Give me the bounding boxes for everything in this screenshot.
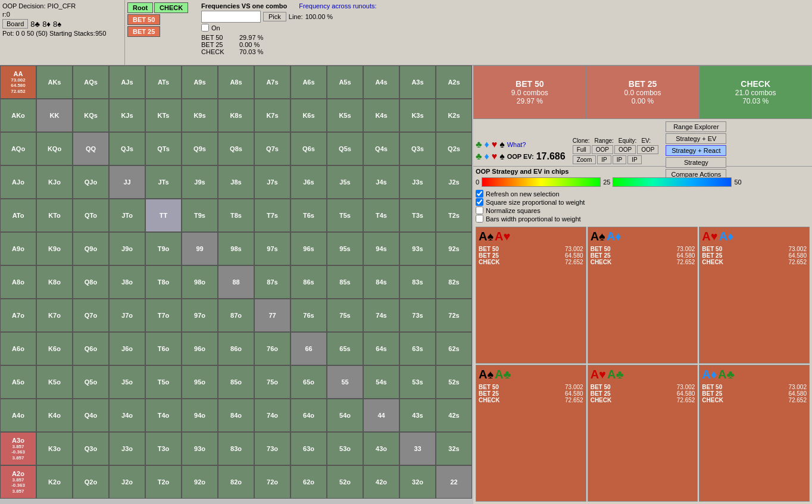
cell-52o[interactable]: 52o (327, 465, 363, 499)
cell-ako[interactable]: AKo (0, 99, 36, 132)
cell-54o[interactable]: 54o (327, 399, 363, 432)
cell-q4o[interactable]: Q4o (73, 399, 109, 432)
cell-a7s[interactable]: A7s (254, 65, 291, 99)
cell-k7s[interactable]: K7s (254, 99, 291, 132)
cell-j4o[interactable]: J4o (109, 399, 145, 432)
cell-a4o[interactable]: A4o (0, 399, 36, 432)
cell-83o[interactable]: 83o (218, 432, 254, 465)
cell-q7o[interactable]: Q7o (73, 299, 109, 332)
cell-t8o[interactable]: T8o (145, 265, 182, 299)
cell-88[interactable]: 88 (218, 265, 254, 299)
cell-k2o[interactable]: K2o (36, 465, 73, 499)
ip3-button[interactable]: IP (627, 155, 641, 164)
cell-q9s[interactable]: Q9s (182, 132, 218, 165)
cell-75s[interactable]: 75s (327, 299, 363, 332)
card-cell-1[interactable]: A♠A♦BET 5073.002BET 2564.580CHECK72.652 (588, 227, 698, 364)
cell-85s[interactable]: 85s (327, 265, 363, 299)
cell-j4s[interactable]: J4s (363, 165, 399, 199)
cell-73o[interactable]: 73o (254, 432, 291, 465)
cell-87o[interactable]: 87o (218, 299, 254, 332)
cell-95o[interactable]: 95o (182, 365, 218, 399)
cell-72s[interactable]: 72s (436, 299, 472, 332)
cell-aa[interactable]: AA73.00264.58072.652 (0, 65, 36, 99)
cell-t7s[interactable]: T7s (254, 199, 291, 232)
cell-j5s[interactable]: J5s (327, 165, 363, 199)
cell-73s[interactable]: 73s (399, 299, 436, 332)
cell-a4s[interactable]: A4s (363, 65, 399, 99)
cell-t2s[interactable]: T2s (436, 199, 472, 232)
cell-43o[interactable]: 43o (363, 432, 399, 465)
bet50-button[interactable]: BET 50 (127, 14, 160, 25)
cell-a3s[interactable]: A3s (399, 65, 436, 99)
cell-53s[interactable]: 53s (399, 365, 436, 399)
card-cell-0[interactable]: A♠A♥BET 5073.002BET 2564.580CHECK72.652 (476, 227, 586, 364)
cell-k6o[interactable]: K6o (36, 332, 73, 365)
cell-ajs[interactable]: AJs (109, 65, 145, 99)
cell-22[interactable]: 22 (436, 465, 472, 499)
what-link[interactable]: What? (507, 141, 526, 148)
cell-93o[interactable]: 93o (182, 432, 218, 465)
cell-q5s[interactable]: Q5s (327, 132, 363, 165)
cell-86s[interactable]: 86s (291, 265, 327, 299)
cell-76o[interactable]: 76o (254, 332, 291, 365)
cell-t9s[interactable]: T9s (182, 199, 218, 232)
cell-j5o[interactable]: J5o (109, 365, 145, 399)
cell-j9s[interactable]: J9s (182, 165, 218, 199)
cell-32s[interactable]: 32s (436, 432, 472, 465)
cell-q3s[interactable]: Q3s (399, 132, 436, 165)
cell-aqo[interactable]: AQo (0, 132, 36, 165)
cell-k5o[interactable]: K5o (36, 365, 73, 399)
cell-66[interactable]: 66 (291, 332, 327, 365)
cell-kqs[interactable]: KQs (73, 99, 109, 132)
cell-k4s[interactable]: K4s (363, 99, 399, 132)
cell-aks[interactable]: AKs (36, 65, 73, 99)
cell-a9o[interactable]: A9o (0, 232, 36, 265)
cell-t6s[interactable]: T6s (291, 199, 327, 232)
cell-a3o[interactable]: A3o3.857-0.3633.857 (0, 432, 36, 465)
cell-63o[interactable]: 63o (291, 432, 327, 465)
cell-j2o[interactable]: J2o (109, 465, 145, 499)
cell-q5o[interactable]: Q5o (73, 365, 109, 399)
cell-k7o[interactable]: K7o (36, 299, 73, 332)
freq-across-link[interactable]: Frequency across runouts: (299, 2, 376, 10)
cell-82o[interactable]: 82o (218, 465, 254, 499)
cell-72o[interactable]: 72o (254, 465, 291, 499)
cell-a2o[interactable]: A2o3.857-0.3633.857 (0, 465, 36, 499)
pick-input[interactable] (201, 11, 261, 23)
cell-k9s[interactable]: K9s (182, 99, 218, 132)
cell-65s[interactable]: 65s (327, 332, 363, 365)
cell-55[interactable]: 55 (327, 365, 363, 399)
cell-84s[interactable]: 84s (363, 265, 399, 299)
cell-32o[interactable]: 32o (399, 465, 436, 499)
cell-qto[interactable]: QTo (73, 199, 109, 232)
on-checkbox[interactable] (201, 24, 209, 32)
bars-checkbox[interactable] (476, 215, 483, 223)
cell-q3o[interactable]: Q3o (73, 432, 109, 465)
cell-43s[interactable]: 43s (399, 399, 436, 432)
board-button[interactable]: Board (2, 19, 28, 29)
cell-qts[interactable]: QTs (145, 132, 182, 165)
root-button[interactable]: Root (127, 2, 153, 13)
ip2-button[interactable]: IP (613, 155, 626, 164)
cell-96o[interactable]: 96o (182, 332, 218, 365)
cell-94o[interactable]: 94o (182, 399, 218, 432)
cell-k2s[interactable]: K2s (436, 99, 472, 132)
cell-t8s[interactable]: T8s (218, 199, 254, 232)
cell-64o[interactable]: 64o (291, 399, 327, 432)
cell-t4o[interactable]: T4o (145, 399, 182, 432)
cell-q4s[interactable]: Q4s (363, 132, 399, 165)
cell-j3s[interactable]: J3s (399, 165, 436, 199)
zoom-button[interactable]: Zoom (573, 155, 596, 164)
card-cell-4[interactable]: A♥A♣BET 5073.002BET 2564.580CHECK72.652 (588, 365, 698, 502)
cell-q9o[interactable]: Q9o (73, 232, 109, 265)
cell-k6s[interactable]: K6s (291, 99, 327, 132)
cell-ato[interactable]: ATo (0, 199, 36, 232)
cell-a7o[interactable]: A7o (0, 299, 36, 332)
cell-t3o[interactable]: T3o (145, 432, 182, 465)
cell-44[interactable]: 44 (363, 399, 399, 432)
cell-a8s[interactable]: A8s (218, 65, 254, 99)
cell-75o[interactable]: 75o (254, 365, 291, 399)
cell-j9o[interactable]: J9o (109, 232, 145, 265)
cell-74s[interactable]: 74s (363, 299, 399, 332)
cell-a6s[interactable]: A6s (291, 65, 327, 99)
